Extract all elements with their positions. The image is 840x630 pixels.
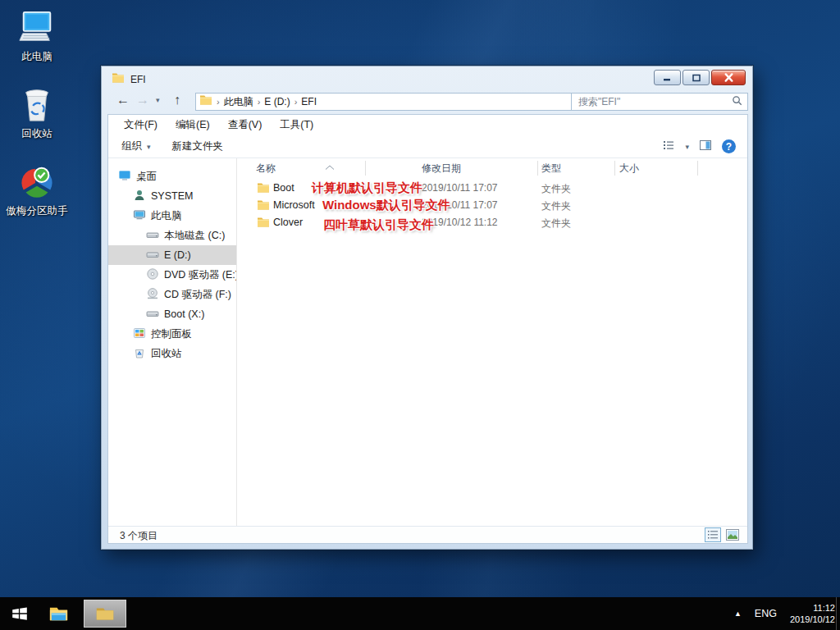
file-row-clover[interactable]: Clover 2019/10/12 11:12 文件夹 四叶草默认引导文件 xyxy=(237,214,747,231)
details-view-icon[interactable] xyxy=(662,139,675,155)
window-title: EFI xyxy=(130,74,146,85)
start-button[interactable] xyxy=(0,597,39,630)
folder-icon xyxy=(257,216,270,232)
show-hidden-icons-button[interactable]: ▲ xyxy=(734,609,742,618)
tree-item-回收站[interactable]: 回收站 xyxy=(108,344,236,363)
file-explorer-taskbar-button[interactable] xyxy=(39,597,77,630)
menu-item[interactable]: 查看(V) xyxy=(219,118,272,132)
folder-icon xyxy=(257,181,270,198)
column-separator[interactable] xyxy=(365,161,366,176)
menu-item[interactable]: 文件(F) xyxy=(115,118,167,132)
active-window-taskbar-button[interactable] xyxy=(84,600,126,628)
menu-item[interactable]: 工具(T) xyxy=(271,118,322,132)
navigation-pane: 桌面 SYSTEM 此电脑 本地磁盘 (C:) E (D:) DVD 驱动器 (… xyxy=(108,158,236,527)
command-toolbar: 组织 ▾ 新建文件夹 ▾ ? xyxy=(108,135,747,158)
address-bar[interactable]: › 此电脑 › E (D:) › EFI ▾ xyxy=(195,93,632,111)
file-row-boot[interactable]: Boot 2019/10/11 17:07 文件夹 计算机默认引导文件 xyxy=(237,180,747,197)
minimize-button[interactable] xyxy=(654,70,681,85)
cd-icon xyxy=(146,287,159,303)
maximize-button[interactable] xyxy=(682,70,710,85)
breadcrumb-item[interactable]: › EFI xyxy=(290,96,317,107)
view-toggles xyxy=(705,527,741,542)
file-name[interactable]: Clover xyxy=(273,217,303,228)
title-area: EFI xyxy=(112,71,146,88)
column-header-type[interactable]: 类型 xyxy=(541,162,561,176)
drive-icon xyxy=(146,228,159,244)
main-area: 桌面 SYSTEM 此电脑 本地磁盘 (C:) E (D:) DVD 驱动器 (… xyxy=(108,158,747,527)
toolbar-right: ▾ ? xyxy=(662,135,736,158)
column-headers: 名称 修改日期 类型 大小 xyxy=(237,158,747,178)
red-annotation: Windows默认引导文件 xyxy=(322,198,450,213)
taskbar: ▲ ENG 11:12 2019/10/12 xyxy=(0,597,840,630)
toolbar-left: 组织 ▾ 新建文件夹 xyxy=(121,139,223,153)
tree-item-此电脑[interactable]: 此电脑 xyxy=(108,206,236,226)
folder-icon xyxy=(257,199,270,215)
tree-item-控制面板[interactable]: 控制面板 xyxy=(108,324,236,344)
search-box xyxy=(571,93,748,111)
file-row-microsoft[interactable]: Microsoft 2019/10/11 17:07 文件夹 Windows默认… xyxy=(237,197,747,214)
column-header-name[interactable]: 名称 xyxy=(256,162,276,176)
column-separator[interactable] xyxy=(614,161,615,176)
column-header-size[interactable]: 大小 xyxy=(619,162,639,176)
up-button[interactable]: ↑ xyxy=(174,93,180,107)
file-modified-date: 2019/10/11 17:07 xyxy=(422,182,498,194)
menu-item[interactable]: 编辑(E) xyxy=(167,118,219,132)
search-icon[interactable] xyxy=(732,94,742,109)
breadcrumb-chevron-icon: › xyxy=(258,97,261,107)
tree-item-DVD-驱动器-E-V[interactable]: DVD 驱动器 (E:) V xyxy=(108,265,236,285)
clock[interactable]: 11:12 2019/10/12 xyxy=(790,602,835,625)
file-name[interactable]: Boot xyxy=(273,182,294,194)
back-button[interactable]: ← xyxy=(116,93,130,107)
explorer-window: EFI ← → ▾ ↑ › 此电脑 › E (D:) › EFI ▾ ↻ xyxy=(101,66,753,550)
close-button[interactable] xyxy=(711,70,746,85)
forward-button[interactable]: → xyxy=(136,93,149,107)
folder-icon xyxy=(199,94,212,110)
views-dropdown-icon[interactable]: ▾ xyxy=(685,143,689,151)
recent-locations-dropdown[interactable]: ▾ xyxy=(156,96,160,104)
tree-item-本地磁盘-C-[interactable]: 本地磁盘 (C:) xyxy=(108,226,236,245)
sort-ascending-icon[interactable] xyxy=(325,158,335,173)
folder-icon xyxy=(94,603,116,624)
show-desktop-button[interactable] xyxy=(836,597,840,630)
desktop-icon-recycle-bin-large[interactable]: 回收站 xyxy=(2,85,72,141)
breadcrumb-item[interactable]: › 此电脑 xyxy=(212,95,253,109)
red-annotation: 四叶草默认引导文件 xyxy=(323,217,434,233)
dropdown-icon: ▾ xyxy=(147,143,151,151)
language-indicator[interactable]: ENG xyxy=(755,608,777,619)
file-name[interactable]: Microsoft xyxy=(273,199,315,211)
recycle-bin-icon xyxy=(133,346,146,362)
file-type: 文件夹 xyxy=(541,199,571,213)
breadcrumb: › 此电脑 › E (D:) › EFI xyxy=(212,95,317,109)
desktop-icon-label: 傲梅分区助手 xyxy=(7,204,68,218)
file-rows: Boot 2019/10/11 17:07 文件夹 计算机默认引导文件 Micr… xyxy=(237,180,747,231)
column-header-modified[interactable]: 修改日期 xyxy=(422,162,461,176)
clock-date: 2019/10/12 xyxy=(790,614,835,625)
breadcrumb-item[interactable]: › E (D:) xyxy=(253,96,290,107)
desktop-icon-aomei-partition[interactable]: 傲梅分区助手 xyxy=(2,162,72,218)
tree-item-CD-驱动器-F-[interactable]: CD 驱动器 (F:) xyxy=(108,285,236,304)
preview-pane-icon[interactable] xyxy=(699,139,712,155)
new-folder-button[interactable]: 新建文件夹 xyxy=(172,139,224,153)
tree-item-Boot-X-[interactable]: Boot (X:) xyxy=(108,304,236,324)
desktop-icon-label: 回收站 xyxy=(21,127,52,141)
desktop-icon-this-pc[interactable]: 此电脑 xyxy=(2,8,72,64)
thumbnail-view-toggle[interactable] xyxy=(724,527,741,542)
recycle-bin-large-icon xyxy=(17,85,57,125)
tree-item-E-D-[interactable]: E (D:) xyxy=(108,245,236,265)
dvd-icon xyxy=(146,267,159,283)
clock-time: 11:12 xyxy=(790,602,835,614)
tree-item-SYSTEM[interactable]: SYSTEM xyxy=(108,186,236,206)
help-button[interactable]: ? xyxy=(722,139,736,153)
tree-item-桌面[interactable]: 桌面 xyxy=(108,167,236,186)
column-separator[interactable] xyxy=(697,161,698,176)
desktop-icon-label: 此电脑 xyxy=(21,50,52,64)
computer-icon xyxy=(133,208,146,224)
search-input[interactable] xyxy=(577,95,732,108)
column-separator[interactable] xyxy=(537,161,538,176)
aomei-partition-icon xyxy=(17,162,57,202)
close-icon xyxy=(724,73,734,82)
file-type: 文件夹 xyxy=(541,217,571,231)
list-view-toggle[interactable] xyxy=(705,527,721,542)
title-bar[interactable]: EFI xyxy=(102,66,752,89)
organize-button[interactable]: 组织 ▾ xyxy=(121,139,151,153)
